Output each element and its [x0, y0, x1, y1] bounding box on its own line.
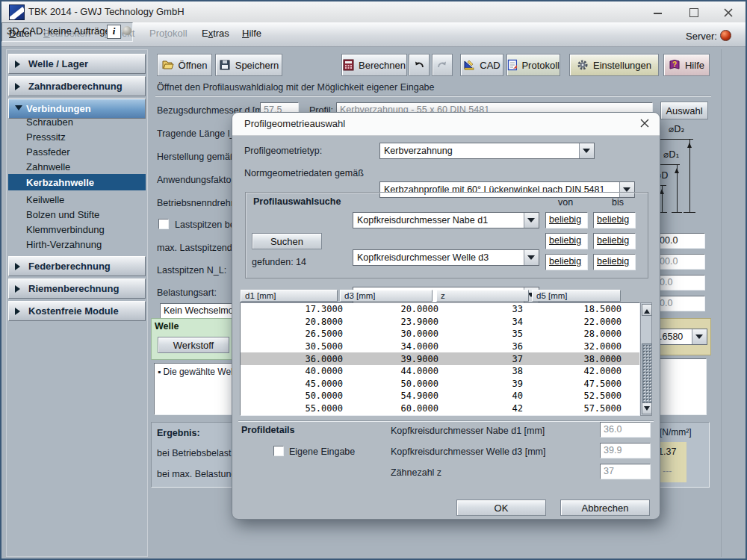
- status-hint-text: Öffnet den Profilauswahldialog mit der M…: [157, 82, 435, 93]
- menu-extras[interactable]: Extras: [202, 28, 229, 39]
- protocol-button[interactable]: Protokoll: [506, 54, 560, 76]
- sidebar-item-hirth-verzahnung[interactable]: Hirth-Verzahnung: [8, 237, 146, 252]
- profile-type-dropdown[interactable]: Kerbverzahnung: [379, 143, 595, 159]
- cad-button[interactable]: CAD: [460, 54, 503, 76]
- sidebar-item-label: Riemenberechnung: [28, 283, 119, 294]
- detail-field-d1: 36.0: [600, 422, 651, 438]
- scroll-up-button[interactable]: [642, 304, 652, 316]
- sidebar-item-kostenfreie-module[interactable]: Kostenfreie Module: [8, 301, 146, 321]
- settings-button[interactable]: Einstellungen: [569, 54, 659, 76]
- table-row[interactable]: 30.500034.00003632.0000: [241, 340, 639, 353]
- undo-icon: [413, 59, 425, 71]
- arrow-up-icon: [675, 166, 679, 173]
- search-group-title: Profilauswahlsuche: [253, 196, 341, 207]
- cad-status-box: 3D-CAD: keine Aufträge i: [1, 22, 133, 42]
- menu-protokoll[interactable]: Protokoll: [149, 28, 187, 39]
- material-button[interactable]: Werkstoff: [158, 337, 229, 353]
- sidebar-item-keilwelle[interactable]: Keilwelle: [8, 192, 146, 207]
- sidebar-item-passfeder[interactable]: Passfeder: [8, 144, 146, 159]
- form-label-lastspitzen-nl: Lastspitzen N_L:: [157, 265, 226, 276]
- maximize-button[interactable]: [687, 7, 701, 19]
- svg-text:?: ?: [672, 60, 677, 69]
- open-button[interactable]: Öffnen: [157, 54, 212, 76]
- details-separator: [238, 420, 654, 421]
- sidebar-item-welle-lager[interactable]: Welle / Lager: [8, 54, 146, 74]
- menu-hilfe[interactable]: Hilfe: [242, 28, 261, 39]
- right-field-3: 0.0: [656, 275, 705, 290]
- search-criterion-2-dropdown[interactable]: Kopfkreisdurchmesser Welle d3: [353, 249, 539, 266]
- calculator-icon: [343, 59, 354, 71]
- ok-button[interactable]: OK: [456, 500, 546, 516]
- sidebar-item-klemmverbindung[interactable]: Klemmverbindung: [8, 222, 146, 237]
- custom-input-checkbox[interactable]: [273, 446, 284, 456]
- lastspitzen-checkbox[interactable]: [158, 219, 169, 229]
- scrollbar-thumb[interactable]: [642, 343, 652, 404]
- calculate-button[interactable]: Berechnen: [341, 54, 407, 76]
- column-header-d5[interactable]: d5 [mm]: [532, 290, 621, 302]
- minimize-button[interactable]: [651, 7, 665, 19]
- sidebar-item-zahnwelle[interactable]: Zahnwelle: [8, 159, 146, 174]
- chevron-down-icon[interactable]: [524, 250, 539, 265]
- save-button[interactable]: Speichern: [215, 54, 282, 76]
- table-row[interactable]: 17.300020.00003318.5000: [241, 303, 639, 316]
- bis-field-3[interactable]: beliebig: [593, 254, 636, 270]
- profile-select-button[interactable]: Auswahl: [660, 102, 708, 119]
- search-button[interactable]: Suchen: [252, 233, 322, 249]
- diagram-dim-d2: [689, 140, 690, 212]
- column-header-d3[interactable]: d3 [mm]: [340, 290, 433, 302]
- table-body: 17.300020.00003318.5000 20.800023.900034…: [240, 302, 640, 416]
- redo-button[interactable]: [432, 54, 453, 76]
- chevron-down-icon[interactable]: [524, 213, 539, 228]
- close-icon: [639, 117, 651, 129]
- undo-button[interactable]: [409, 54, 430, 76]
- stress-unit-label: [N/mm²]: [660, 427, 692, 438]
- column-header-z[interactable]: z: [436, 290, 529, 302]
- table-row[interactable]: 20.800023.90003422.0000: [241, 316, 639, 329]
- sidebar-item-bolzen-stifte[interactable]: Bolzen und Stifte: [8, 207, 146, 222]
- bis-field-2[interactable]: beliebig: [593, 233, 636, 249]
- ratio-dropdown[interactable]: .6580: [655, 329, 707, 345]
- table-row[interactable]: 40.000044.00003842.0000: [241, 365, 639, 378]
- bis-column-label: bis: [612, 197, 624, 208]
- scroll-down-button[interactable]: [642, 402, 652, 414]
- info-button[interactable]: i: [107, 25, 121, 39]
- bis-field-1[interactable]: beliebig: [593, 212, 636, 228]
- sidebar-item-kerbzahnwelle[interactable]: Kerbzahnwelle: [8, 174, 146, 190]
- chevron-down-icon[interactable]: [579, 143, 594, 158]
- vertical-scrollbar[interactable]: [640, 302, 652, 416]
- gear-icon: [577, 59, 589, 71]
- von-field-2[interactable]: beliebig: [545, 233, 588, 249]
- table-row[interactable]: 55.000060.00004257.5000: [241, 402, 639, 415]
- form-label-belastungsart: Belastungsart:: [157, 287, 217, 298]
- dialog-close-button[interactable]: [639, 117, 652, 131]
- sidebar-item-presssitz[interactable]: Presssitz: [8, 129, 146, 144]
- sidebar-item-federberechnung[interactable]: Federberechnung: [8, 256, 146, 276]
- column-header-d1[interactable]: d1 [mm]: [241, 290, 338, 302]
- von-column-label: von: [558, 197, 573, 208]
- diagram-label-d1: ⌀D₁: [663, 149, 679, 160]
- result-panel-title: Ergebnis:: [157, 428, 200, 438]
- table-row[interactable]: 26.500030.00003528.0000: [241, 328, 639, 340]
- cancel-button[interactable]: Abbrechen: [560, 500, 650, 516]
- settings-button-label: Einstellungen: [593, 60, 651, 71]
- table-row-selected[interactable]: 36.000039.90003738.0000: [241, 352, 639, 365]
- help-button[interactable]: ? Hilfe: [663, 54, 710, 76]
- cad-status-text: 3D-CAD: keine Aufträge: [7, 25, 111, 37]
- detail-field-z: 37: [600, 464, 651, 479]
- welle-panel-title: Welle: [155, 321, 179, 332]
- search-criterion-1-dropdown[interactable]: Kopfkreisdurchmesser Nabe d1: [353, 212, 539, 228]
- sidebar-item-label: Verbindungen: [26, 103, 91, 114]
- chevron-right-icon: [15, 263, 24, 270]
- dialog-title: Profilgeometrieauswahl: [244, 118, 345, 129]
- sidebar-item-zahnradberechnung[interactable]: Zahnradberechnung: [8, 76, 146, 96]
- chevron-down-icon[interactable]: [692, 329, 707, 344]
- von-field-3[interactable]: beliebig: [545, 254, 588, 270]
- profile-search-group: Profilauswahlsuche von bis Kopfkreisdurc…: [245, 192, 648, 279]
- right-field-1[interactable]: 00.0: [656, 233, 705, 249]
- sidebar-item-riemenberechnung[interactable]: Riemenberechnung: [8, 279, 146, 299]
- sidebar-item-schrauben[interactable]: Schrauben: [8, 114, 146, 129]
- close-button[interactable]: [722, 7, 735, 19]
- table-row[interactable]: 45.000050.00003947.5000: [241, 378, 639, 391]
- von-field-1[interactable]: beliebig: [545, 212, 588, 228]
- table-row[interactable]: 50.000054.90004052.5000: [241, 390, 639, 402]
